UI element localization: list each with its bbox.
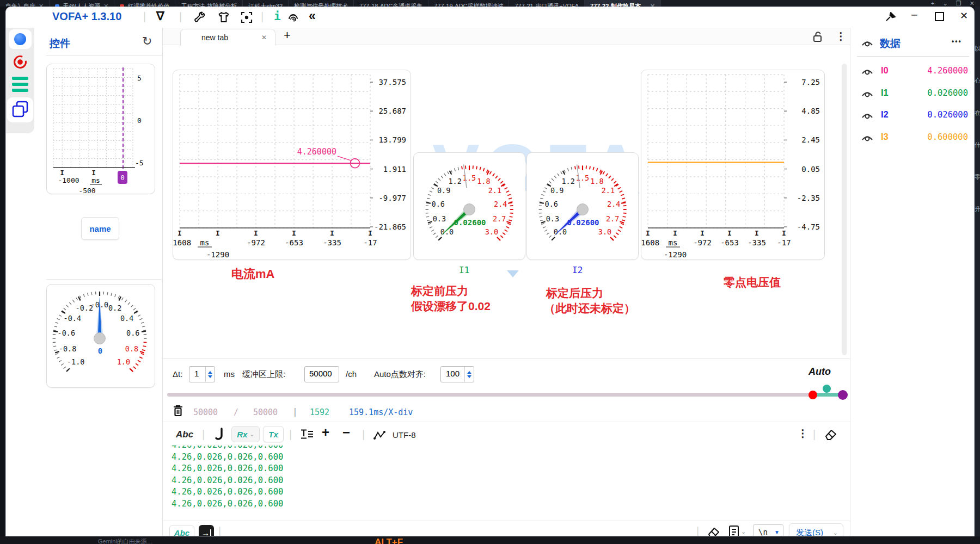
data-panel-menu-icon[interactable]: ••• [952, 38, 962, 45]
visibility-icon[interactable] [861, 111, 873, 120]
send-button[interactable]: 发送(S) ⌄ [789, 523, 843, 536]
history-list-icon[interactable] [728, 525, 740, 536]
divider [163, 422, 850, 422]
data-channel-row: I04.260000 [850, 59, 975, 82]
panel-divider [46, 55, 162, 55]
vertical-scrollbar[interactable] [842, 64, 847, 355]
new-tab-button[interactable]: + [284, 28, 291, 42]
svg-text:1.2: 1.2 [448, 177, 461, 186]
gauge-i1-card[interactable]: 0.00.30.60.91.21.51.82.12.42.73.00.02600 [413, 152, 525, 260]
gauge-i2-canvas: 0.00.30.60.91.21.51.82.12.42.73.00.02600 [527, 153, 638, 262]
dt-down-icon[interactable] [208, 375, 212, 378]
console-abc-toggle[interactable]: Abc [176, 429, 193, 440]
plot-widget-preview[interactable]: II50-5-1000ms-5000 [46, 64, 155, 194]
newline-select[interactable]: \n ▼ [753, 524, 783, 536]
pause-scroll-icon[interactable] [214, 427, 225, 442]
collapse-panel-icon[interactable]: « [309, 9, 316, 23]
tx-toggle[interactable]: Tx [263, 426, 284, 442]
dt-input[interactable]: 1 [189, 366, 215, 382]
splitter-collapse-icon[interactable] [507, 270, 519, 277]
rx-toggle[interactable]: Rx ⌄ [231, 426, 260, 442]
clear-console-icon[interactable] [824, 428, 838, 441]
widget-cat-pages-tab[interactable] [7, 97, 33, 122]
console-line: 4.26,0.026,0.026,0.600 [171, 498, 849, 510]
close-button[interactable]: ✕ [960, 10, 968, 22]
list-widget-icon[interactable] [12, 77, 28, 92]
console-line: 4.26,0.026,0.026,0.600 [171, 463, 849, 475]
console-menu-icon[interactable]: ⋮ [798, 427, 808, 440]
visibility-icon[interactable] [861, 89, 873, 98]
focus-capture-icon[interactable] [240, 11, 253, 24]
console-line: 4.26,0.026,0.026,0.600 [171, 475, 849, 487]
titlebar-divider: | [179, 10, 182, 23]
tab-bar: new tab ✕ + ⋮ [163, 28, 850, 45]
plot-widget-preview-canvas: II50-5-1000ms-5000 [47, 64, 155, 194]
timeline-start-handle[interactable] [808, 391, 817, 399]
info-icon[interactable]: i [274, 10, 281, 23]
align-down-icon[interactable] [467, 375, 471, 378]
font-increase-button[interactable]: + [322, 425, 329, 440]
clear-input-icon[interactable] [706, 526, 720, 536]
theme-tshirt-icon[interactable] [217, 11, 230, 24]
align-input[interactable]: 100 [440, 366, 474, 382]
timeline-end-handle[interactable] [838, 390, 848, 400]
minimize-button[interactable]: − [911, 8, 918, 22]
trash-icon[interactable] [173, 404, 183, 417]
svg-text:-21.865: -21.865 [374, 222, 406, 231]
channel-value: 0.026000 [927, 110, 968, 120]
vofa-logo-icon[interactable]: ∇ [156, 9, 164, 23]
svg-text:-17: -17 [777, 238, 791, 247]
visibility-icon[interactable] [861, 67, 873, 76]
timeline-mid-handle[interactable] [823, 385, 831, 393]
titlebar[interactable]: VOFA+ 1.3.10 | ∇ | | i « [6, 7, 975, 28]
encoding-label[interactable]: UTF-8 [393, 430, 416, 440]
background-browser-tab: 江科大stm32 [243, 0, 289, 7]
waveform-icon[interactable] [373, 430, 387, 441]
chevron-down-icon: ⌄ [249, 431, 254, 437]
button-widget-preview[interactable]: name [81, 217, 119, 240]
record-widget-icon[interactable] [11, 53, 29, 71]
dt-unit: ms [224, 369, 235, 379]
svg-text:I: I [91, 169, 95, 177]
gauge-widget-preview[interactable]: -1.0-0.8-0.6-0.4-0.2-0.00.20.40.60.81.00 [46, 284, 155, 388]
caption-current: 电流mA [231, 266, 274, 282]
auto-scale-label[interactable]: Auto [808, 366, 831, 378]
svg-text:-1290: -1290 [664, 250, 687, 259]
current-plot-card[interactable]: 37.57525.68713.7991.911-9.977-21.865IIII… [173, 70, 411, 260]
refresh-icon[interactable]: ↻ [142, 34, 152, 48]
gauge-i2-card[interactable]: 0.00.30.60.91.21.51.82.12.42.73.00.02600 [526, 152, 639, 260]
dt-label: Δt: [173, 369, 182, 379]
app-title: VOFA+ 1.3.10 [52, 10, 121, 23]
svg-text:0.4: 0.4 [120, 314, 133, 323]
current-plot-canvas: 37.57525.68713.7991.911-9.977-21.865IIII… [173, 70, 411, 262]
svg-text:I: I [216, 229, 220, 237]
send-file-icon[interactable]: → [199, 525, 214, 536]
dt-up-icon[interactable] [208, 371, 212, 374]
chevron-down-icon[interactable]: ⌄ [741, 528, 746, 535]
tab-menu-icon[interactable]: ⋮ [836, 30, 846, 42]
unlock-icon[interactable] [813, 31, 823, 42]
tab-new-tab[interactable]: new tab ✕ [180, 29, 275, 46]
timeline-slider-track[interactable] [167, 393, 848, 397]
widget-cat-plot-tab[interactable] [9, 29, 32, 49]
tab-close-icon[interactable]: ✕ [261, 34, 267, 41]
panel-divider [46, 279, 162, 280]
console-output[interactable]: 4.26,0.026,0.026,0.6004.26,0.026,0.026,0… [164, 446, 849, 518]
zero-volt-plot-card[interactable]: 7.254.852.450.05-2.35-4.75IIIIII-1608-12… [641, 70, 825, 260]
svg-text:-1608: -1608 [641, 238, 659, 247]
visibility-icon[interactable] [861, 133, 873, 142]
font-decrease-button[interactable]: − [342, 425, 350, 440]
visibility-all-icon[interactable] [861, 39, 873, 47]
send-abc-toggle[interactable]: Abc [169, 525, 194, 536]
maximize-button[interactable] [935, 12, 944, 21]
align-up-icon[interactable] [467, 371, 471, 374]
wrench-icon[interactable] [193, 11, 206, 24]
pin-icon[interactable] [884, 11, 897, 24]
svg-text:0: 0 [120, 174, 124, 182]
fingerprint-icon[interactable] [286, 10, 300, 24]
text-wrap-icon[interactable] [300, 429, 314, 441]
buffer-input[interactable]: 50000 [304, 366, 339, 382]
divider: | [362, 428, 365, 441]
svg-text:37.575: 37.575 [378, 78, 406, 86]
tab-label: new tab [201, 33, 228, 42]
